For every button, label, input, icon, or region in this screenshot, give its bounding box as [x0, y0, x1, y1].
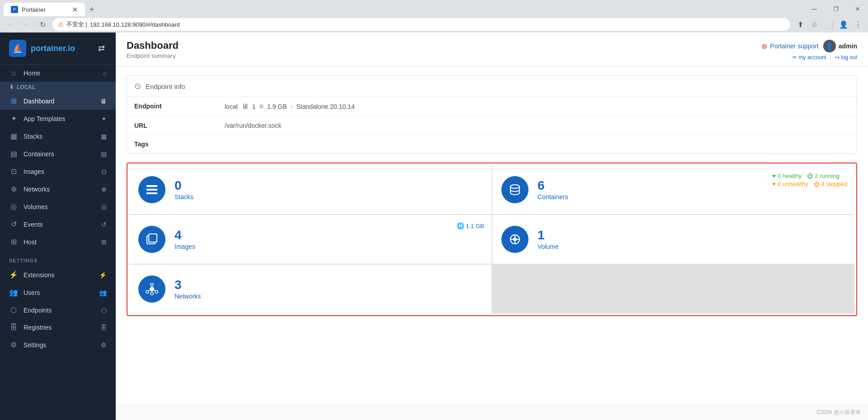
unhealthy-label: unhealthy — [783, 181, 808, 187]
share-icon[interactable]: ⬆ — [794, 18, 807, 31]
my-account-label: my account — [798, 54, 826, 61]
endpoint-row: Endpoint local 🖥 1 ≡ 1.9 GB - Standalone… — [127, 97, 857, 117]
address-bar-row: ← → ↻ ⚠ 不安全 | 192.168.10.128:9090/#/dash… — [0, 16, 868, 33]
my-account-link[interactable]: ✏ my account — [793, 54, 826, 61]
app-templates-icon: ✦ — [9, 114, 18, 123]
images-label: Images — [175, 243, 195, 250]
dashboard-nav-icon-right: 🖥 — [100, 98, 107, 105]
sidebar-item-host[interactable]: ⊞ Host ⊞ — [0, 233, 116, 251]
images-card[interactable]: 4 Images 🌐 1.1 GB — [129, 215, 491, 264]
dashboard-grid: 0 Stacks — [129, 165, 854, 313]
sidebar-item-containers[interactable]: ▤ Containers ▤ — [0, 145, 116, 163]
security-warning-icon: ⚠ — [58, 21, 64, 28]
sidebar-item-home-label: Home — [24, 70, 40, 77]
url-value: /var/run/docker.sock — [217, 117, 857, 135]
memory-icon: 🖥 — [241, 103, 249, 111]
stacks-card-icon — [138, 176, 165, 203]
sidebar: ⛵ portainer.io ⇄ ⌂ Home ⌂ ⬇ LOCAL ⊞ Dash… — [0, 33, 116, 420]
running-label: running — [820, 173, 839, 179]
running-icon: ⏻ — [807, 173, 813, 179]
sidebar-item-extensions-label: Extensions — [24, 271, 54, 279]
sidebar-item-stacks[interactable]: ▦ Stacks ▦ — [0, 127, 116, 145]
stacks-card[interactable]: 0 Stacks — [129, 165, 491, 214]
volumes-icon-right: ◎ — [101, 203, 107, 210]
profile-icon[interactable]: 👤 — [837, 18, 850, 31]
host-icon-right: ⊞ — [101, 238, 107, 246]
svg-rect-1 — [146, 189, 157, 191]
sidebar-item-events[interactable]: ↺ Events ↺ — [0, 215, 116, 233]
endpoints-icon: ⬡ — [9, 306, 18, 314]
support-link[interactable]: ⊗ Portainer support — [761, 42, 818, 51]
address-url: 192.168.10.128:9090/#/dashboard — [90, 21, 180, 28]
stacks-icon: ▦ — [9, 132, 18, 140]
sidebar-item-endpoints[interactable]: ⬡ Endpoints ⬡ — [0, 301, 116, 319]
networks-card[interactable]: 3 Networks — [129, 265, 491, 313]
bookmark-icon[interactable]: ☆ — [808, 18, 821, 31]
svg-rect-0 — [146, 185, 157, 187]
stopped-count: 4 — [821, 181, 825, 187]
sidebar-item-registries[interactable]: 🗄 Registries 🗄 — [0, 319, 116, 336]
sidebar-logo: ⛵ portainer.io ⇄ — [0, 33, 116, 65]
tab-close-button[interactable]: ✕ — [72, 5, 78, 14]
stopped-icon: ⏻ — [814, 181, 820, 187]
containers-label: Containers — [538, 193, 568, 201]
maximize-button[interactable]: ❐ — [826, 2, 846, 16]
svg-line-17 — [154, 290, 156, 291]
sidebar-item-settings[interactable]: ⚙ Settings ⚙ — [0, 336, 116, 354]
home-icon-right: ⌂ — [103, 70, 107, 77]
sidebar-item-app-templates-label: App Templates — [24, 115, 65, 122]
svg-point-10 — [151, 283, 153, 286]
download-icon: ⬇ — [9, 84, 14, 90]
browser-tab-active[interactable]: P Portainer ✕ — [4, 3, 85, 16]
images-card-info: 4 Images — [175, 229, 195, 251]
sidebar-toggle-button[interactable]: ⇄ — [96, 42, 107, 55]
sidebar-item-volumes[interactable]: ◎ Volumes ◎ — [0, 198, 116, 215]
address-bar[interactable]: ⚠ 不安全 | 192.168.10.128:9090/#/dashboard — [52, 18, 790, 31]
logo-icon: ⛵ — [9, 40, 26, 57]
support-label: Portainer support — [770, 42, 818, 50]
back-button[interactable]: ← — [4, 18, 16, 31]
browser-chrome: P Portainer ✕ + — ❐ ✕ ← → ↻ ⚠ 不安全 | 192.… — [0, 0, 868, 33]
logo-text: portainer.io — [31, 44, 75, 53]
sidebar-item-networks-label: Networks — [24, 186, 50, 193]
menu-icon[interactable]: ⋮ — [852, 18, 864, 31]
page-footer: CSDN @小辰哥哥 — [116, 405, 868, 420]
running-count: 2 — [815, 173, 818, 179]
new-tab-button[interactable]: + — [85, 3, 99, 16]
endpoint-header-icon: ⊙ — [134, 81, 141, 91]
log-out-label: log out — [841, 54, 857, 61]
endpoint-card-header: ⊙ Endpoint info — [127, 76, 857, 97]
reload-button[interactable]: ↻ — [36, 18, 49, 31]
close-window-button[interactable]: ✕ — [847, 2, 868, 16]
sidebar-item-app-templates[interactable]: ✦ App Templates ✦ — [0, 110, 116, 127]
extension-icon[interactable]: ⬜ — [823, 18, 835, 31]
footer-text: CSDN @小辰哥哥 — [816, 409, 861, 415]
log-out-link[interactable]: ↪ log out — [835, 54, 857, 61]
minimize-button[interactable]: — — [804, 2, 825, 16]
sidebar-item-dashboard[interactable]: ⊞ Dashboard 🖥 — [0, 92, 116, 110]
endpoint-table: Endpoint local 🖥 1 ≡ 1.9 GB - Standalone… — [127, 97, 857, 153]
users-icon: 👥 — [9, 288, 18, 297]
svg-line-16 — [149, 290, 150, 291]
sidebar-item-networks[interactable]: ⊕ Networks ⊕ — [0, 180, 116, 198]
stacks-icon-right: ▦ — [101, 133, 107, 140]
forward-button[interactable]: → — [20, 18, 33, 31]
volume-card[interactable]: 1 Volume — [492, 215, 854, 264]
containers-card[interactable]: 6 Containers ♥ 0 healthy ⏻ 2 — [492, 165, 854, 214]
sidebar-item-users-label: Users — [24, 289, 40, 296]
extensions-icon: ⚡ — [9, 271, 18, 279]
sidebar-item-settings-label: Settings — [24, 341, 47, 349]
user-info: 👤 admin — [823, 40, 857, 52]
endpoints-icon-right: ⬡ — [101, 307, 107, 314]
sidebar-item-users[interactable]: 👥 Users 👥 — [0, 284, 116, 301]
endpoint-value: local 🖥 1 ≡ 1.9 GB - Standalone 20.10.14 — [217, 97, 857, 117]
sidebar-item-images[interactable]: ⊡ Images ⊡ — [0, 163, 116, 180]
sidebar-item-home[interactable]: ⌂ Home ⌂ — [0, 65, 116, 82]
sidebar-item-extensions[interactable]: ⚡ Extensions ⚡ — [0, 266, 116, 284]
events-icon-right: ↺ — [101, 221, 107, 228]
page-subtitle: Endpoint summary — [127, 52, 179, 59]
support-icon: ⊗ — [761, 42, 767, 51]
browser-action-buttons: ⬆ ☆ ⬜ 👤 ⋮ — [794, 18, 864, 31]
topbar-actions: ⊗ Portainer support 👤 admin ✏ my account — [761, 40, 857, 61]
logout-icon: ↪ — [835, 54, 840, 61]
